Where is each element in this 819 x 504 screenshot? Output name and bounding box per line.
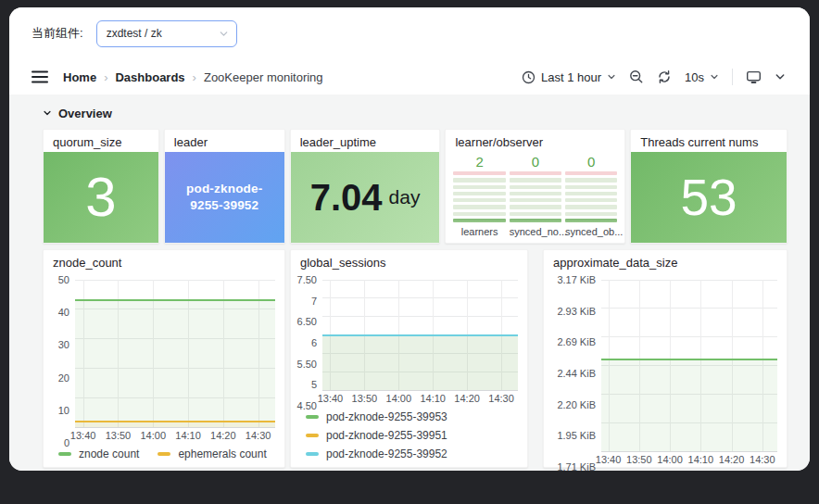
x-tick-label: 14:00 (386, 393, 412, 404)
gauge-segment (453, 185, 505, 189)
y-tick-label: 3.17 KiB (557, 274, 596, 285)
y-tick-label: 5.50 (297, 359, 317, 370)
chart-panel-row: znode_count 5040302010013:4013:5014:0014… (43, 249, 788, 468)
legend-marker (58, 452, 71, 456)
tv-mode-icon[interactable] (746, 69, 762, 84)
quorum-size-body: 3 (44, 152, 158, 243)
gauge-segment (510, 178, 561, 182)
legend-marker (306, 452, 319, 456)
legend-item[interactable]: znode count (58, 447, 139, 460)
x-tick-label: 14:00 (657, 454, 683, 465)
gauge-segment (565, 212, 617, 216)
panel-znode-count: znode_count 5040302010013:4013:5014:0014… (43, 249, 285, 468)
legend-item[interactable]: ephemerals count (158, 447, 266, 460)
breadcrumb-home[interactable]: Home (63, 70, 96, 84)
dashboard-toolbar: Home › Dashboards › ZooKeeper monitoring… (9, 59, 810, 94)
section-row-overview[interactable]: Overview (43, 102, 788, 124)
section-title: Overview (58, 107, 112, 120)
x-axis: 13:4013:5014:0014:1014:2014:30 (322, 390, 518, 406)
legend-marker (306, 434, 319, 437)
component-selector-label: 当前组件: (32, 25, 83, 42)
toolbar-right: Last 1 hour 10s (522, 69, 786, 85)
legend-item[interactable]: pod-zknode-9255-39951 (306, 429, 520, 442)
panel-approximate-data-size: approximate_data_size 3.17 KiB2.93 KiB2.… (543, 249, 788, 468)
chart-plot[interactable] (601, 280, 777, 451)
clock-icon (522, 70, 536, 84)
gauge-label: synced_ob... (565, 225, 617, 238)
gridline (322, 297, 518, 298)
chart-plot[interactable] (75, 280, 275, 427)
gridline (322, 280, 518, 281)
chart-area: 3.17 KiB2.93 KiB2.69 KiB2.44 KiB2.20 KiB… (544, 272, 787, 467)
y-tick-label: 2.20 KiB (557, 399, 596, 410)
panel-leader-uptime: leader_uptime 7.04 day (290, 129, 441, 244)
y-tick-label: 7.50 (297, 274, 317, 285)
refresh-interval-label: 10s (685, 70, 704, 84)
breadcrumb-dashboards[interactable]: Dashboards (115, 70, 184, 84)
x-tick-label: 14:20 (210, 430, 236, 441)
y-tick-label: 6.50 (297, 316, 317, 327)
component-selector-bar: 当前组件: zxdtest / zk (9, 7, 810, 59)
panel-quorum-size: quorum_size 3 (43, 129, 159, 244)
zoom-out-icon[interactable] (629, 69, 644, 84)
x-tick-label: 13:40 (318, 393, 344, 404)
panel-title[interactable]: leader_uptime (291, 130, 440, 152)
refresh-icon[interactable] (657, 69, 672, 84)
x-tick-label: 14:10 (688, 454, 714, 465)
y-tick-label: 30 (58, 339, 69, 350)
panel-title[interactable]: learner/observer (446, 130, 624, 152)
chart-area: 5040302010013:4013:5014:0014:1014:2014:3… (44, 272, 284, 443)
gauge-segment (510, 171, 561, 175)
hamburger-menu-icon[interactable] (32, 70, 48, 83)
gauge-segment (453, 212, 505, 216)
series-fill (601, 359, 777, 451)
app-window: 当前组件: zxdtest / zk Home › Dashboards › Z… (9, 7, 810, 471)
stat-value: pod-zknode-9255-39952 (165, 181, 284, 214)
chevron-right-icon: › (104, 70, 107, 84)
gauge-bars (510, 171, 561, 222)
panel-title[interactable]: quorum_size (44, 130, 158, 152)
y-tick-label: 2.44 KiB (557, 368, 596, 379)
y-tick-label: 1.95 KiB (557, 430, 596, 441)
chevron-down-icon[interactable] (775, 71, 786, 82)
gauge-segment (510, 198, 561, 202)
chevron-down-icon (43, 108, 52, 118)
threads-body: 53 (631, 152, 787, 243)
component-selector-dropdown[interactable]: zxdtest / zk (96, 20, 237, 47)
panel-title[interactable]: approximate_data_size (544, 250, 787, 272)
panel-title[interactable]: Threads current nums (631, 130, 787, 152)
gauge-segment (565, 219, 617, 222)
series-line (75, 421, 275, 422)
gauge-column[interactable]: 0synced_ob... (565, 154, 617, 238)
series-fill (322, 335, 518, 391)
y-tick-label: 7 (311, 296, 317, 307)
gauge-label: learners (453, 225, 505, 238)
panel-title[interactable]: global_sessions (291, 250, 527, 272)
legend-item[interactable]: pod-zknode-9255-39952 (306, 447, 520, 460)
y-tick-label: 10 (58, 405, 69, 416)
chart-plot[interactable] (322, 280, 518, 390)
y-axis: 50403020100 (49, 280, 75, 443)
gauge-column[interactable]: 2learners (453, 154, 505, 238)
gauge-segment (565, 198, 617, 202)
x-tick-label: 13:50 (626, 454, 652, 465)
y-tick-label: 5 (311, 379, 317, 390)
series-line (322, 334, 518, 336)
gauge-segment (510, 205, 561, 208)
refresh-interval-picker[interactable]: 10s (685, 70, 719, 84)
gauge-column[interactable]: 0synced_no... (510, 154, 561, 238)
panel-title[interactable]: znode_count (44, 250, 284, 272)
legend-item[interactable]: pod-zknode-9255-39953 (306, 410, 520, 423)
x-tick-label: 14:00 (140, 430, 166, 441)
panel-title[interactable]: leader (165, 130, 284, 152)
series-fill (75, 300, 275, 427)
panel-global-sessions: global_sessions 7.5076.5065.5054.5013:40… (290, 249, 528, 468)
y-tick-label: 6 (311, 337, 317, 348)
panel-learner-observer: learner/observer 2learners0synced_no...0… (445, 129, 625, 244)
time-range-picker[interactable]: Last 1 hour (522, 70, 616, 84)
time-range-label: Last 1 hour (541, 70, 601, 84)
x-tick-label: 14:30 (488, 393, 514, 404)
gauge-segment (565, 192, 617, 195)
gauge-value: 2 (453, 154, 505, 171)
gauge-bars (453, 171, 505, 222)
